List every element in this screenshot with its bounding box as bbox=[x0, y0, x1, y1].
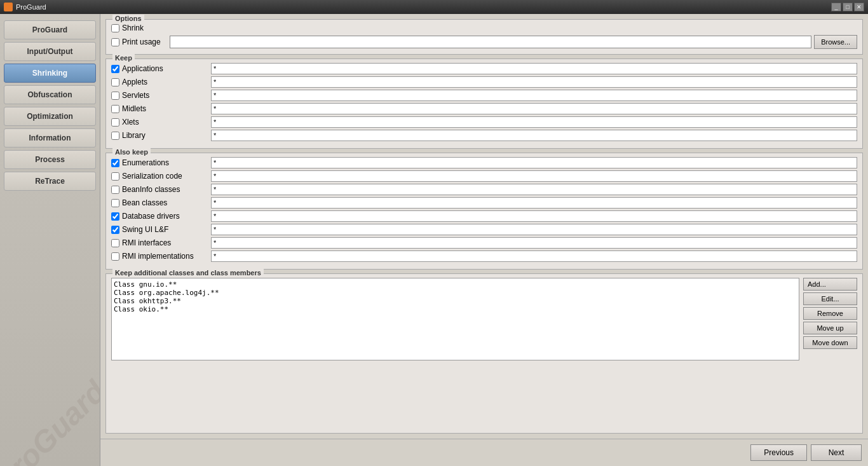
keep-xlets-label: Xlets bbox=[122, 118, 211, 127]
print-usage-row: Print usage Browse... bbox=[111, 35, 857, 49]
additional-inner: Class gnu.io.** Class org.apache.log4j.*… bbox=[111, 278, 857, 360]
sidebar-item-information[interactable]: Information bbox=[4, 128, 96, 147]
add-button[interactable]: Add... bbox=[803, 278, 857, 291]
app-icon bbox=[4, 3, 13, 11]
additional-section: Keep additional classes and class member… bbox=[105, 273, 863, 434]
sidebar-item-proguard[interactable]: ProGuard bbox=[4, 20, 96, 39]
keep-servlets-label: Servlets bbox=[122, 91, 211, 100]
sidebar: ProGuard Input/Output Shrinking Obfuscat… bbox=[0, 14, 100, 466]
maximize-button[interactable]: □ bbox=[843, 3, 853, 11]
options-section-label: Options bbox=[112, 15, 144, 22]
options-section: Options Shrink Print usage Browse... bbox=[105, 19, 863, 55]
shrink-checkbox[interactable] bbox=[111, 24, 119, 32]
keep-applications-input[interactable] bbox=[211, 63, 857, 74]
also-keep-enumerations-row: Enumerations bbox=[111, 157, 857, 168]
keep-applets-checkbox[interactable] bbox=[111, 78, 119, 86]
also-keep-section-label: Also keep bbox=[112, 148, 151, 156]
also-keep-bean-row: Bean classes bbox=[111, 197, 857, 209]
titlebar: ProGuard _ □ ✕ bbox=[0, 0, 868, 14]
main-content: Options Shrink Print usage Browse... Kee… bbox=[100, 14, 868, 439]
also-keep-swing-row: Swing UI L&F bbox=[111, 224, 857, 235]
keep-applets-row: Applets bbox=[111, 76, 857, 88]
keep-xlets-input[interactable] bbox=[211, 116, 857, 128]
also-keep-database-label: Database drivers bbox=[122, 212, 211, 221]
keep-applications-checkbox[interactable] bbox=[111, 65, 119, 73]
print-usage-input[interactable] bbox=[170, 36, 811, 48]
additional-textarea[interactable]: Class gnu.io.** Class org.apache.log4j.*… bbox=[111, 278, 799, 360]
also-keep-bean-label: Bean classes bbox=[122, 198, 211, 207]
also-keep-swing-label: Swing UI L&F bbox=[122, 225, 211, 234]
also-keep-rmi-implementations-label: RMI implementations bbox=[122, 252, 211, 261]
close-button[interactable]: ✕ bbox=[854, 3, 864, 11]
browse-button[interactable]: Browse... bbox=[814, 35, 857, 49]
also-keep-beaninfo-checkbox[interactable] bbox=[111, 186, 119, 194]
minimize-button[interactable]: _ bbox=[831, 3, 841, 11]
titlebar-title: ProGuard bbox=[16, 3, 46, 11]
sidebar-item-optimization[interactable]: Optimization bbox=[4, 107, 96, 126]
also-keep-enumerations-input[interactable] bbox=[211, 157, 857, 168]
titlebar-controls: _ □ ✕ bbox=[831, 3, 864, 11]
also-keep-bean-input[interactable] bbox=[211, 197, 857, 209]
also-keep-serialization-row: Serialization code bbox=[111, 170, 857, 182]
keep-xlets-row: Xlets bbox=[111, 116, 857, 128]
sidebar-item-input-output[interactable]: Input/Output bbox=[4, 42, 96, 61]
also-keep-beaninfo-label: BeanInfo classes bbox=[122, 185, 211, 194]
also-keep-database-checkbox[interactable] bbox=[111, 212, 119, 221]
keep-midlets-input[interactable] bbox=[211, 103, 857, 114]
also-keep-enumerations-label: Enumerations bbox=[122, 158, 211, 167]
keep-applets-label: Applets bbox=[122, 78, 211, 86]
keep-applets-input[interactable] bbox=[211, 76, 857, 88]
keep-midlets-checkbox[interactable] bbox=[111, 105, 119, 113]
footer: Previous Next bbox=[100, 439, 868, 466]
sidebar-item-retrace[interactable]: ReTrace bbox=[4, 172, 96, 191]
sidebar-item-process[interactable]: Process bbox=[4, 150, 96, 169]
also-keep-beaninfo-input[interactable] bbox=[211, 184, 857, 195]
keep-midlets-row: Midlets bbox=[111, 103, 857, 114]
keep-applications-row: Applications bbox=[111, 63, 857, 74]
print-usage-checkbox[interactable] bbox=[111, 38, 119, 46]
also-keep-rmi-implementations-row: RMI implementations bbox=[111, 250, 857, 262]
also-keep-rmi-interfaces-label: RMI interfaces bbox=[122, 238, 211, 247]
also-keep-serialization-checkbox[interactable] bbox=[111, 172, 119, 181]
also-keep-swing-input[interactable] bbox=[211, 224, 857, 235]
also-keep-rmi-implementations-input[interactable] bbox=[211, 250, 857, 262]
sidebar-watermark: ProGuard bbox=[0, 374, 100, 466]
also-keep-bean-checkbox[interactable] bbox=[111, 199, 119, 207]
sidebar-item-shrinking[interactable]: Shrinking bbox=[4, 64, 96, 83]
also-keep-swing-checkbox[interactable] bbox=[111, 226, 119, 234]
also-keep-beaninfo-row: BeanInfo classes bbox=[111, 184, 857, 195]
additional-section-label: Keep additional classes and class member… bbox=[112, 269, 264, 277]
keep-library-input[interactable] bbox=[211, 130, 857, 141]
also-keep-serialization-input[interactable] bbox=[211, 170, 857, 182]
next-button[interactable]: Next bbox=[811, 444, 862, 461]
keep-midlets-label: Midlets bbox=[122, 104, 211, 113]
additional-buttons: Add... Edit... Remove Move up Move down bbox=[803, 278, 857, 360]
also-keep-section: Also keep Enumerations Serialization cod… bbox=[105, 153, 863, 270]
keep-section: Keep Applications Applets Servlets bbox=[105, 58, 863, 149]
edit-button[interactable]: Edit... bbox=[803, 292, 857, 305]
keep-library-row: Library bbox=[111, 130, 857, 141]
keep-xlets-checkbox[interactable] bbox=[111, 118, 119, 127]
also-keep-rmi-interfaces-checkbox[interactable] bbox=[111, 239, 119, 247]
shrink-row: Shrink bbox=[111, 24, 857, 32]
keep-servlets-row: Servlets bbox=[111, 90, 857, 101]
keep-servlets-checkbox[interactable] bbox=[111, 92, 119, 100]
move-down-button[interactable]: Move down bbox=[803, 336, 857, 349]
move-up-button[interactable]: Move up bbox=[803, 322, 857, 334]
previous-button[interactable]: Previous bbox=[750, 444, 807, 461]
also-keep-database-input[interactable] bbox=[211, 210, 857, 222]
keep-section-label: Keep bbox=[112, 54, 135, 62]
keep-applications-label: Applications bbox=[122, 64, 211, 73]
also-keep-rmi-interfaces-row: RMI interfaces bbox=[111, 237, 857, 249]
keep-library-checkbox[interactable] bbox=[111, 132, 119, 140]
print-usage-label: Print usage bbox=[122, 38, 170, 46]
also-keep-enumerations-checkbox[interactable] bbox=[111, 159, 119, 167]
app-container: ProGuard Input/Output Shrinking Obfuscat… bbox=[0, 14, 868, 466]
also-keep-rmi-implementations-checkbox[interactable] bbox=[111, 252, 119, 261]
also-keep-rmi-interfaces-input[interactable] bbox=[211, 237, 857, 249]
shrink-label: Shrink bbox=[122, 24, 144, 32]
keep-servlets-input[interactable] bbox=[211, 90, 857, 101]
also-keep-database-row: Database drivers bbox=[111, 210, 857, 222]
sidebar-item-obfuscation[interactable]: Obfuscation bbox=[4, 85, 96, 104]
remove-button[interactable]: Remove bbox=[803, 307, 857, 320]
